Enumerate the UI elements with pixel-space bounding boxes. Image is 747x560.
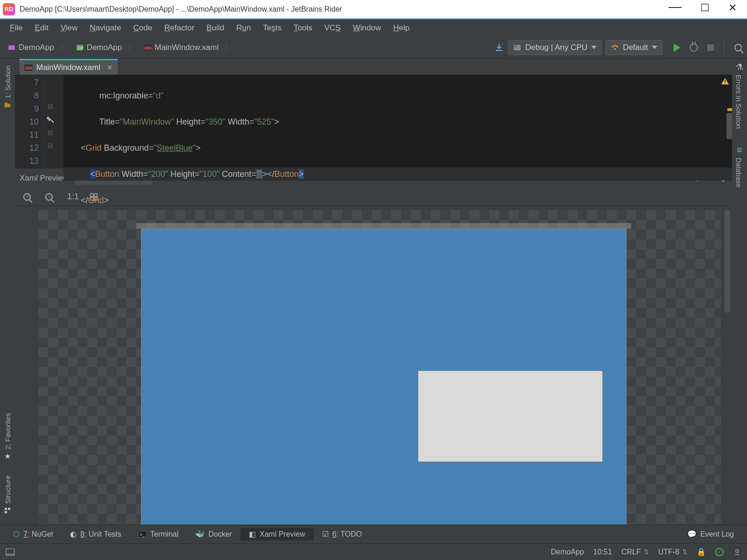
chevron-down-icon	[591, 46, 597, 49]
chevron-down-icon	[652, 46, 657, 49]
preview-canvas[interactable]	[15, 206, 732, 525]
menu-vcs[interactable]: VCS	[318, 21, 347, 35]
svg-point-6	[515, 45, 517, 47]
tool-docker[interactable]: 🐳Docker	[187, 528, 240, 540]
tool-errors[interactable]: ⚗ Errors In Solution	[735, 63, 744, 131]
editor-tabs: XML MainWindow.xaml ✕	[15, 59, 732, 75]
marker-stripe[interactable]	[727, 108, 732, 111]
stop-button[interactable]	[705, 42, 716, 53]
zoom-in-icon[interactable]: +	[23, 193, 35, 201]
svg-point-25	[736, 550, 739, 553]
svg-rect-16	[725, 83, 726, 84]
menu-help[interactable]: Help	[387, 21, 416, 35]
window-titlebar: RD DemoApp [C:\Users\maart\Desktop\DemoA…	[0, 0, 747, 19]
warning-icon[interactable]	[721, 77, 729, 85]
menu-run[interactable]: Run	[230, 21, 257, 35]
status-bar: DemoApp 10:51 CRLF UTF-8 🔒 ✓	[0, 543, 747, 560]
right-tool-strip: ⚗ Errors In Solution ≡ Database	[732, 59, 747, 525]
window-title: DemoApp [C:\Users\maart\Desktop\DemoApp]…	[20, 5, 669, 14]
tool-todo[interactable]: ☑6: TODO	[314, 528, 370, 540]
download-icon[interactable]	[494, 42, 504, 53]
minimize-button[interactable]: —	[669, 0, 682, 14]
menu-tools[interactable]: Tools	[288, 21, 318, 35]
menu-navigate[interactable]: Navigate	[84, 21, 127, 35]
status-caret-pos[interactable]: 10:51	[593, 548, 612, 556]
status-line-ending[interactable]: CRLF	[621, 548, 649, 556]
memory-icon[interactable]	[733, 548, 741, 556]
editor-tab-label: MainWindow.xaml	[36, 63, 100, 72]
tool-unit-tests[interactable]: ◐8: Unit Tests	[62, 528, 130, 540]
maximize-button[interactable]: ☐	[700, 2, 710, 17]
svg-rect-0	[8, 45, 15, 50]
tool-structure[interactable]: Structure	[3, 473, 12, 515]
run-target-selector[interactable]: Default	[606, 40, 662, 55]
breadcrumbs: DemoApp〉 C# DemoApp〉 XML MainWindow.xaml…	[4, 41, 236, 54]
menu-bar: File Edit View Navigate Code Refactor Bu…	[0, 20, 747, 36]
code-editor[interactable]: 78910111213 ⊟ ⊟ ⊟ mc:Ignorable="d" Title…	[15, 75, 732, 168]
left-tool-strip: 1: Solution 2: Favorites ★ Structure	[0, 59, 15, 525]
svg-rect-9	[5, 103, 7, 104]
svg-rect-15	[725, 80, 726, 82]
bottom-tool-strip: ⬡7: NuGet ◐8: Unit Tests >_Terminal 🐳Doc…	[0, 525, 747, 543]
run-config-selector[interactable]: Debug | Any CPU	[508, 40, 602, 55]
zoom-out-icon[interactable]: −	[45, 193, 57, 201]
editor-tab-mainwindow[interactable]: XML MainWindow.xaml ✕	[20, 59, 118, 75]
search-everywhere-icon[interactable]	[733, 42, 743, 53]
app-icon: RD	[3, 3, 15, 15]
status-context[interactable]: DemoApp	[551, 548, 584, 556]
tool-terminal[interactable]: >_Terminal	[130, 528, 187, 540]
preview-window	[141, 229, 627, 525]
svg-point-7	[614, 48, 616, 50]
close-button[interactable]: ✕	[728, 2, 737, 17]
menu-refactor[interactable]: Refactor	[158, 21, 200, 35]
flask-icon: ⚗	[735, 63, 744, 72]
svg-rect-5	[514, 45, 521, 50]
crumb-solution[interactable]: DemoApp〉	[4, 41, 72, 54]
menu-view[interactable]: View	[55, 21, 84, 35]
menu-file[interactable]: File	[4, 21, 28, 35]
menu-build[interactable]: Build	[200, 21, 230, 35]
svg-text:C#: C#	[78, 46, 84, 50]
debug-button[interactable]	[689, 42, 699, 53]
tool-xaml-preview[interactable]: ◧Xaml Preview	[240, 528, 314, 540]
tool-favorites[interactable]: 2: Favorites ★	[3, 410, 12, 461]
status-encoding[interactable]: UTF-8	[658, 548, 687, 556]
preview-label: Xaml Preview:	[20, 174, 70, 183]
tool-nuget[interactable]: ⬡7: NuGet	[5, 528, 62, 540]
preview-button	[418, 371, 603, 462]
menu-code[interactable]: Code	[127, 21, 158, 35]
svg-text:XML: XML	[25, 66, 33, 70]
svg-text:>_: >_	[140, 532, 145, 537]
svg-rect-8	[5, 104, 10, 107]
svg-rect-24	[6, 553, 14, 555]
build-icon[interactable]	[47, 116, 55, 124]
line-numbers: 78910111213	[15, 75, 44, 168]
menu-tests[interactable]: Tests	[257, 21, 288, 35]
inspection-ok-icon[interactable]: ✓	[715, 548, 724, 556]
crumb-project[interactable]: C# DemoApp〉	[72, 41, 140, 54]
crumb-file[interactable]: XML MainWindow.xaml〉	[140, 41, 236, 54]
event-log[interactable]: 💬Event Log	[679, 528, 742, 540]
menu-window[interactable]: Window	[347, 21, 387, 35]
editor-scrollbar[interactable]	[726, 113, 732, 139]
menu-edit[interactable]: Edit	[28, 21, 54, 35]
code-content[interactable]: mc:Ignorable="d" Title="MainWindow" Heig…	[63, 75, 732, 168]
run-button[interactable]	[672, 42, 682, 53]
svg-rect-11	[8, 508, 10, 510]
svg-rect-12	[5, 511, 7, 513]
status-panel-icon[interactable]	[6, 548, 15, 556]
lock-icon[interactable]: 🔒	[697, 547, 706, 556]
svg-text:XML: XML	[144, 46, 152, 50]
tool-database[interactable]: ≡ Database	[735, 146, 744, 189]
database-icon: ≡	[735, 146, 744, 155]
svg-rect-10	[5, 508, 7, 510]
gutter[interactable]: ⊟ ⊟ ⊟	[44, 75, 63, 168]
toolbar: DemoApp〉 C# DemoApp〉 XML MainWindow.xaml…	[0, 36, 747, 59]
preview-scrollbar[interactable]	[725, 210, 730, 313]
tool-solution[interactable]: 1: Solution	[3, 63, 12, 110]
tab-close-icon[interactable]: ✕	[107, 63, 113, 72]
